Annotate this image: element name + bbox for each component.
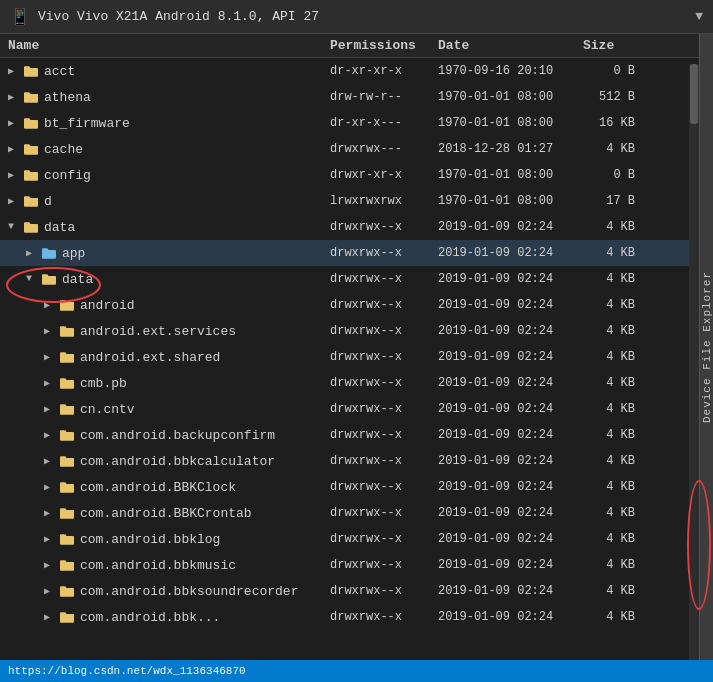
android-version: Android 8.1.0, API 27	[155, 9, 319, 24]
expand-arrow[interactable]: ▶	[44, 533, 56, 545]
table-row[interactable]: ▶ appdrwxrwx--x2019-01-09 02:244 KB	[0, 240, 713, 266]
folder-icon	[60, 351, 76, 363]
table-row[interactable]: ▶ com.android.BBKClockdrwxrwx--x2019-01-…	[0, 474, 713, 500]
file-date: 1970-09-16 20:10	[438, 64, 583, 78]
folder-icon	[42, 247, 58, 259]
expand-arrow[interactable]: ▶	[8, 65, 20, 77]
file-date: 2019-01-09 02:24	[438, 376, 583, 390]
folder-icon	[24, 91, 40, 103]
expand-arrow[interactable]: ▶	[8, 91, 20, 103]
table-row[interactable]: ▶ cn.cntvdrwxrwx--x2019-01-09 02:244 KB	[0, 396, 713, 422]
file-date: 2019-01-09 02:24	[438, 298, 583, 312]
table-row[interactable]: ▶ cachedrwxrwx---2018-12-28 01:274 KB	[0, 136, 713, 162]
dropdown-icon[interactable]: ▼	[695, 9, 703, 24]
table-row[interactable]: ▶ android.ext.shareddrwxrwx--x2019-01-09…	[0, 344, 713, 370]
table-row[interactable]: ▶ android.ext.servicesdrwxrwx--x2019-01-…	[0, 318, 713, 344]
file-name-cell: ▶ cn.cntv	[0, 402, 330, 417]
expand-arrow[interactable]: ▶	[8, 143, 20, 155]
folder-icon	[60, 455, 76, 467]
file-name-text: android	[80, 298, 135, 313]
table-row[interactable]: ▶ com.android.bbklogdrwxrwx--x2019-01-09…	[0, 526, 713, 552]
file-permissions: dr-xr-xr-x	[330, 64, 438, 78]
expand-arrow[interactable]: ▶	[44, 377, 56, 389]
table-row[interactable]: ▶ cmb.pbdrwxrwx--x2019-01-09 02:244 KB	[0, 370, 713, 396]
file-name-text: cache	[44, 142, 83, 157]
file-size: 4 KB	[583, 324, 643, 338]
table-row[interactable]: ▶ com.android.bbkcalculatordrwxrwx--x201…	[0, 448, 713, 474]
file-name-text: cmb.pb	[80, 376, 127, 391]
file-permissions: drwxrwx--x	[330, 454, 438, 468]
expand-arrow[interactable]: ▶	[44, 403, 56, 415]
table-row[interactable]: ▶ androiddrwxrwx--x2019-01-09 02:244 KB	[0, 292, 713, 318]
file-name-cell: ▼ data	[0, 272, 330, 287]
table-row[interactable]: ▼ datadrwxrwx--x2019-01-09 02:244 KB	[0, 214, 713, 240]
file-permissions: drwxrwx--x	[330, 610, 438, 624]
table-row[interactable]: ▶ com.android.bbksoundrecorderdrwxrwx--x…	[0, 578, 713, 604]
folder-icon	[60, 507, 76, 519]
expand-arrow[interactable]: ▼	[26, 273, 38, 285]
folder-icon	[24, 169, 40, 181]
expand-arrow[interactable]: ▶	[44, 611, 56, 623]
col-header-date[interactable]: Date	[438, 38, 583, 53]
file-name-text: config	[44, 168, 91, 183]
expand-arrow[interactable]: ▶	[44, 429, 56, 441]
file-name-text: athena	[44, 90, 91, 105]
expand-arrow[interactable]: ▼	[8, 221, 20, 233]
expand-arrow[interactable]: ▶	[44, 559, 56, 571]
file-permissions: drwxrwx--x	[330, 324, 438, 338]
table-row[interactable]: ▶ com.android.backupconfirmdrwxrwx--x201…	[0, 422, 713, 448]
file-permissions: drwxrwx--x	[330, 376, 438, 390]
col-header-permissions[interactable]: Permissions	[330, 38, 438, 53]
scrollbar-track[interactable]	[689, 64, 699, 660]
file-name-cell: ▶ d	[0, 194, 330, 209]
folder-icon	[24, 195, 40, 207]
expand-arrow[interactable]: ▶	[44, 299, 56, 311]
file-date: 2019-01-09 02:24	[438, 480, 583, 494]
expand-arrow[interactable]: ▶	[44, 325, 56, 337]
expand-arrow[interactable]: ▶	[44, 455, 56, 467]
expand-arrow[interactable]: ▶	[44, 481, 56, 493]
file-name-cell: ▶ com.android.BBKClock	[0, 480, 330, 495]
file-size: 0 B	[583, 64, 643, 78]
table-row[interactable]: ▶ com.android.BBKCrontabdrwxrwx--x2019-0…	[0, 500, 713, 526]
table-row[interactable]: ▶ bt_firmwaredr-xr-x---1970-01-01 08:001…	[0, 110, 713, 136]
file-size: 0 B	[583, 168, 643, 182]
file-name-text: com.android.bbklog	[80, 532, 220, 547]
expand-arrow[interactable]: ▶	[44, 351, 56, 363]
expand-arrow[interactable]: ▶	[44, 507, 56, 519]
table-row[interactable]: ▶ com.android.bbkmusicdrwxrwx--x2019-01-…	[0, 552, 713, 578]
device-file-explorer-tab[interactable]: Device File Explorer	[699, 34, 713, 660]
table-row[interactable]: ▶ configdrwxr-xr-x1970-01-01 08:000 B	[0, 162, 713, 188]
file-name-text: data	[44, 220, 75, 235]
expand-arrow[interactable]: ▶	[44, 585, 56, 597]
scrollbar-thumb[interactable]	[690, 64, 698, 124]
file-name-cell: ▶ config	[0, 168, 330, 183]
file-permissions: drwxrwx--x	[330, 272, 438, 286]
col-header-name[interactable]: Name	[0, 38, 330, 53]
file-size: 4 KB	[583, 532, 643, 546]
file-date: 2019-01-09 02:24	[438, 324, 583, 338]
table-row[interactable]: ▶ athenadrw-rw-r--1970-01-01 08:00512 B	[0, 84, 713, 110]
file-size: 4 KB	[583, 350, 643, 364]
expand-arrow[interactable]: ▶	[8, 169, 20, 181]
table-row[interactable]: ▶ com.android.bbk...drwxrwx--x2019-01-09…	[0, 604, 713, 630]
col-header-size[interactable]: Size	[583, 38, 643, 53]
table-row[interactable]: ▼ datadrwxrwx--x2019-01-09 02:244 KB	[0, 266, 713, 292]
table-row[interactable]: ▶ acctdr-xr-xr-x1970-09-16 20:100 B	[0, 58, 713, 84]
folder-icon	[60, 299, 76, 311]
file-size: 4 KB	[583, 220, 643, 234]
expand-arrow[interactable]: ▶	[26, 247, 38, 259]
file-name-text: com.android.backupconfirm	[80, 428, 275, 443]
file-name-cell: ▶ com.android.backupconfirm	[0, 428, 330, 443]
file-size: 4 KB	[583, 402, 643, 416]
expand-arrow[interactable]: ▶	[8, 117, 20, 129]
file-name-text: app	[62, 246, 85, 261]
file-permissions: drwxrwx--x	[330, 402, 438, 416]
file-date: 2019-01-09 02:24	[438, 584, 583, 598]
file-name-cell: ▶ bt_firmware	[0, 116, 330, 131]
expand-arrow[interactable]: ▶	[8, 195, 20, 207]
file-date: 2019-01-09 02:24	[438, 610, 583, 624]
table-row[interactable]: ▶ dlrwxrwxrwx1970-01-01 08:0017 B	[0, 188, 713, 214]
file-size: 16 KB	[583, 116, 643, 130]
sidebar-tab-label: Device File Explorer	[701, 271, 713, 423]
